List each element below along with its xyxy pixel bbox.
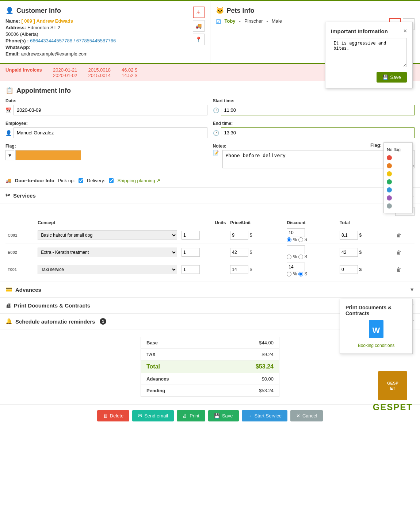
start-service-button[interactable]: → Start Service <box>242 410 287 421</box>
send-email-button[interactable]: ✉ Send email <box>132 410 174 421</box>
door-label: Door-to-door Info <box>15 178 54 183</box>
clock-icon: 🕐 <box>213 107 219 113</box>
discount-type-1: % $ <box>287 237 335 242</box>
flag-option-none[interactable]: No flag <box>387 146 409 154</box>
send-email-label: Send email <box>144 413 168 419</box>
discount-dollar-2[interactable] <box>298 255 303 259</box>
discount-percent-2[interactable] <box>287 255 291 259</box>
service-price-1[interactable] <box>230 231 248 240</box>
services-header[interactable]: ✂ Services ▲ <box>0 188 420 203</box>
tax-value: $9.24 <box>261 352 274 357</box>
panel-title-text: Important Information <box>331 28 388 34</box>
customer-info-title: 👤 Customer Info <box>5 7 189 15</box>
date-input[interactable] <box>14 105 207 115</box>
shipping-link[interactable]: Shipping planning ↗ <box>117 178 160 183</box>
advances-sum-label: Advances <box>146 376 169 382</box>
service-discount-2-cell: % $ <box>285 244 337 261</box>
service-delete-3[interactable]: 🗑 <box>396 267 401 272</box>
delete-button[interactable]: 🗑 Delete <box>97 410 130 421</box>
base-value: $44.00 <box>259 340 274 345</box>
discount-type-3: % $ <box>287 271 335 276</box>
service-units-3[interactable] <box>182 265 200 274</box>
service-total-1[interactable] <box>340 231 358 240</box>
employee-label: Employee: <box>5 121 207 126</box>
unpaid-label: Unpaid Invoices <box>5 67 42 73</box>
service-discount-1[interactable] <box>287 228 305 237</box>
flag-option-red[interactable] <box>387 154 409 162</box>
flag-none-label: No flag <box>387 147 401 152</box>
service-price-1-cell: $ <box>228 227 285 244</box>
advances-header[interactable]: 💳 Advances ▼ <box>0 282 420 298</box>
whatsapp-label: WhatsApp: <box>5 45 31 50</box>
flag-dropdown-arrow[interactable]: ▼ <box>5 150 14 160</box>
customer-title-text: Customer Info <box>16 7 61 15</box>
customer-warning-btn[interactable]: ⚠ <box>193 7 205 18</box>
inv1-date: 2020-01-21 <box>53 67 77 73</box>
flag-option-yellow[interactable] <box>387 170 409 178</box>
pickup-checkbox[interactable] <box>79 178 83 183</box>
panel-title: Important Information × <box>331 28 407 34</box>
appointment-section: 📋 Appointment Info Date: 📅 Start time: 🕐 <box>0 81 420 174</box>
service-concept-1-cell: Basic haircut for small dog <box>35 227 179 244</box>
discount-percent-3[interactable] <box>287 272 291 276</box>
flag-option-gray[interactable] <box>387 202 409 210</box>
advances-section: 💳 Advances ▼ <box>0 282 420 298</box>
panel-close-icon[interactable]: × <box>404 28 407 34</box>
discount-dollar-3[interactable] <box>298 272 303 276</box>
customer-truck-btn[interactable]: 🚚 <box>193 20 205 32</box>
end-time-input[interactable] <box>221 127 415 138</box>
gespet-logo: GESPET GESPET <box>373 371 413 412</box>
doc-item-booking[interactable]: W Booking conditions <box>345 320 407 348</box>
flag-option-blue[interactable] <box>387 186 409 194</box>
service-price-2[interactable] <box>230 248 248 257</box>
phone-value: 6664433444557788 / 677855445587766 <box>30 38 116 43</box>
door-row: 🚚 Door-to-door Info Pick up: Delivery: S… <box>5 178 415 183</box>
employee-input[interactable] <box>14 127 207 138</box>
service-discount-2[interactable] <box>287 245 305 254</box>
customer-icon: 👤 <box>5 7 14 15</box>
delivery-checkbox[interactable] <box>109 178 114 183</box>
customer-pin-btn[interactable]: 📍 <box>193 34 205 45</box>
discount-dollar-1[interactable] <box>298 237 303 242</box>
save-button[interactable]: 💾 Save <box>208 410 239 421</box>
service-select-3[interactable]: Taxi service <box>38 265 177 274</box>
service-units-1[interactable] <box>182 231 200 240</box>
service-price-3[interactable] <box>230 265 248 274</box>
address-value: Edmonton ST 2 <box>27 25 60 30</box>
customer-city-row: 50006 (Alberta) <box>5 31 189 37</box>
print-button[interactable]: 🖨 Print <box>177 410 205 421</box>
start-service-label: Start Service <box>255 413 282 419</box>
service-total-2[interactable] <box>340 248 358 257</box>
customer-main: 👤 Customer Info Name: [ 009 ] Andrew Edw… <box>5 7 189 58</box>
service-delete-1[interactable]: 🗑 <box>396 232 401 238</box>
flag-option-orange[interactable] <box>387 162 409 170</box>
service-select-2[interactable]: Extra - Keratin treatment <box>38 248 177 257</box>
dollar-label-1: $ <box>305 237 307 242</box>
service-delete-2[interactable]: 🗑 <box>396 249 401 255</box>
discount-percent-1[interactable] <box>287 237 291 242</box>
start-time-input[interactable] <box>221 105 415 115</box>
service-discount-3[interactable] <box>287 263 305 271</box>
flag-dropdown-panel: No flag <box>383 142 413 213</box>
flag-option-purple[interactable] <box>387 194 409 202</box>
base-label: Base <box>146 340 158 345</box>
customer-whatsapp-row: WhatsApp: <box>5 45 189 50</box>
services-title: ✂ Services <box>5 192 36 199</box>
appointment-title-text: Appointment Info <box>16 87 71 95</box>
col-total: Total <box>337 219 394 227</box>
print-docs-panel: Print Documents & Contracts W Booking co… <box>340 299 413 354</box>
pet-checkbox[interactable]: ☑ <box>216 18 221 25</box>
service-units-2[interactable] <box>182 248 200 257</box>
service-price-2-cell: $ <box>228 244 285 261</box>
cancel-button[interactable]: ✕ Cancel <box>290 410 323 421</box>
service-row-1: C001 Basic haircut for small dog $ <box>5 227 415 244</box>
delete-label: Delete <box>110 413 124 419</box>
summary-total-row: Total $53.24 <box>141 360 279 373</box>
schedule-badge: 1 <box>100 318 106 325</box>
service-total-1-cell: $ <box>337 227 394 244</box>
flag-option-green[interactable] <box>387 178 409 186</box>
service-select-1[interactable]: Basic haircut for small dog <box>38 230 177 240</box>
service-total-3[interactable] <box>340 265 358 274</box>
important-info-textarea[interactable]: It is aggressive and bites. <box>331 38 407 67</box>
panel-save-button[interactable]: 💾 Save <box>377 72 407 83</box>
